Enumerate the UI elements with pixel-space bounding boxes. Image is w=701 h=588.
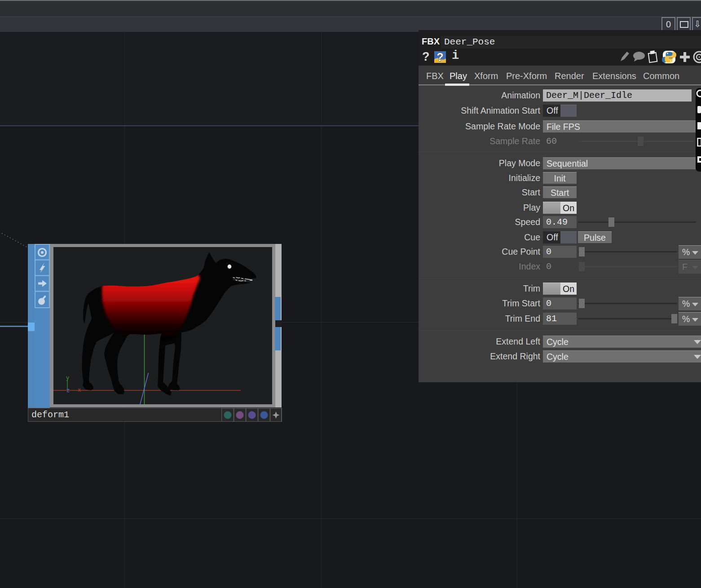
svg-text:x: x	[78, 387, 81, 393]
svg-text:z: z	[66, 388, 70, 394]
svg-text:y: y	[66, 375, 69, 381]
